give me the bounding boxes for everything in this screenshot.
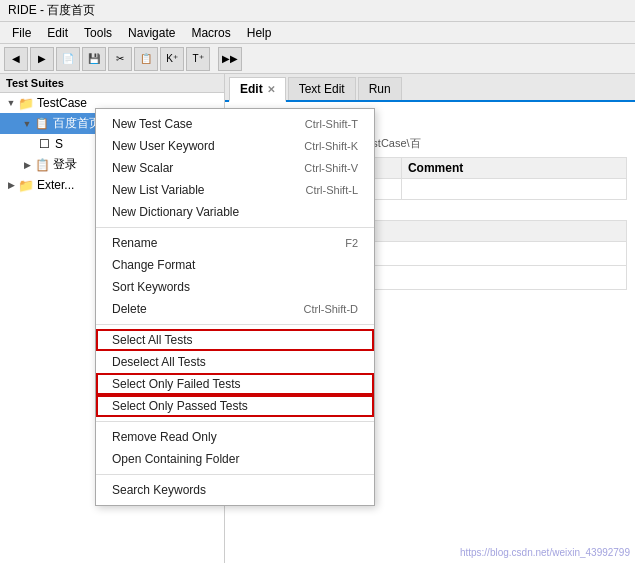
toolbar-run[interactable]: ▶▶ — [218, 47, 242, 71]
ctx-rename-label: Rename — [112, 236, 157, 250]
toolbar-new[interactable]: 📄 — [56, 47, 80, 71]
folder-icon-exter: 📁 — [18, 177, 34, 193]
ctx-search-keywords[interactable]: Search Keywords — [96, 479, 374, 501]
ctx-new-dict[interactable]: New Dictionary Variable — [96, 201, 374, 223]
ctx-sep3 — [96, 421, 374, 422]
ctx-rename[interactable]: Rename F2 — [96, 232, 374, 254]
toolbar-copy[interactable]: 📋 — [134, 47, 158, 71]
tree-expand-exter: ▶ — [4, 178, 18, 192]
watermark: https://blog.csdn.net/weixin_43992799 — [460, 547, 630, 558]
ctx-new-list-label: New List Variable — [112, 183, 204, 197]
login-icon: 📋 — [34, 157, 50, 173]
cell-empty1[interactable] — [401, 179, 626, 200]
ctx-new-dict-label: New Dictionary Variable — [112, 205, 239, 219]
ctx-change-format-label: Change Format — [112, 258, 195, 272]
panel-title: Test Suites — [0, 74, 224, 93]
menu-bar: FileEditToolsNavigateMacrosHelp — [0, 22, 635, 44]
ctx-new-test-case-shortcut: Ctrl-Shift-T — [305, 118, 358, 130]
ctx-new-scalar[interactable]: New Scalar Ctrl-Shift-V — [96, 157, 374, 179]
tab-edit-label: Edit — [240, 82, 263, 96]
tab-text-edit-label: Text Edit — [299, 82, 345, 96]
ctx-deselect-all-tests-label: Deselect All Tests — [112, 355, 206, 369]
tree-expand-login: ▶ — [20, 158, 34, 172]
ctx-new-keyword-label: New User Keyword — [112, 139, 215, 153]
ctx-new-scalar-shortcut: Ctrl-Shift-V — [304, 162, 358, 174]
tree-expand-baidu-icon: ▼ — [20, 117, 34, 131]
menu-item-edit[interactable]: Edit — [39, 24, 76, 42]
ctx-select-passed[interactable]: Select Only Passed Tests — [96, 395, 374, 417]
ctx-sep1 — [96, 227, 374, 228]
tree-label-testcase: TestCase — [37, 96, 87, 110]
menu-item-help[interactable]: Help — [239, 24, 280, 42]
ctx-new-list-shortcut: Ctrl-Shift-L — [305, 184, 358, 196]
tab-run-label: Run — [369, 82, 391, 96]
toolbar-forward[interactable]: ▶ — [30, 47, 54, 71]
tab-run[interactable]: Run — [358, 77, 402, 100]
ctx-delete[interactable]: Delete Ctrl-Shift-D — [96, 298, 374, 320]
ctx-delete-shortcut: Ctrl-Shift-D — [304, 303, 358, 315]
ctx-sort-keywords[interactable]: Sort Keywords — [96, 276, 374, 298]
ctx-select-failed[interactable]: Select Only Failed Tests — [96, 373, 374, 395]
ctx-select-all-tests[interactable]: Select All Tests — [96, 329, 374, 351]
tree-label-baidu: 百度首页 — [53, 115, 101, 132]
ctx-new-keyword[interactable]: New User Keyword Ctrl-Shift-K — [96, 135, 374, 157]
tree-expand-icon: ▼ — [4, 96, 18, 110]
ctx-new-test-case-label: New Test Case — [112, 117, 192, 131]
tree-label-s: S — [55, 137, 63, 151]
tab-bar: Edit ✕ Text Edit Run — [225, 74, 635, 102]
file-icon-baidu: 📋 — [34, 116, 50, 132]
tab-text-edit[interactable]: Text Edit — [288, 77, 356, 100]
ctx-remove-readonly[interactable]: Remove Read Only — [96, 426, 374, 448]
context-menu: New Test Case Ctrl-Shift-T New User Keyw… — [95, 108, 375, 506]
ctx-new-list[interactable]: New List Variable Ctrl-Shift-L — [96, 179, 374, 201]
ctx-select-all-tests-label: Select All Tests — [112, 333, 192, 347]
ctx-deselect-all-tests[interactable]: Deselect All Tests — [96, 351, 374, 373]
ctx-rename-shortcut: F2 — [345, 237, 358, 249]
title-bar: RIDE - 百度首页 — [0, 0, 635, 22]
ctx-search-keywords-label: Search Keywords — [112, 483, 206, 497]
checkbox-s: ☐ — [36, 136, 52, 152]
menu-item-macros[interactable]: Macros — [183, 24, 238, 42]
ctx-change-format[interactable]: Change Format — [96, 254, 374, 276]
toolbar-save[interactable]: 💾 — [82, 47, 106, 71]
ctx-sep2 — [96, 324, 374, 325]
ctx-select-passed-label: Select Only Passed Tests — [112, 399, 248, 413]
col-comment: Comment — [401, 158, 626, 179]
window-title: RIDE - 百度首页 — [8, 2, 95, 19]
tab-edit[interactable]: Edit ✕ — [229, 77, 286, 102]
toolbar: ◀ ▶ 📄 💾 ✂ 📋 K⁺ T⁺ ▶▶ — [0, 44, 635, 74]
ctx-new-keyword-shortcut: Ctrl-Shift-K — [304, 140, 358, 152]
ctx-new-test-case[interactable]: New Test Case Ctrl-Shift-T — [96, 113, 374, 135]
ctx-delete-label: Delete — [112, 302, 147, 316]
ctx-select-failed-label: Select Only Failed Tests — [112, 377, 241, 391]
tree-label-exter: Exter... — [37, 178, 74, 192]
menu-item-navigate[interactable]: Navigate — [120, 24, 183, 42]
menu-item-file[interactable]: File — [4, 24, 39, 42]
toolbar-t[interactable]: T⁺ — [186, 47, 210, 71]
folder-icon: 📁 — [18, 95, 34, 111]
ctx-remove-readonly-label: Remove Read Only — [112, 430, 217, 444]
menu-item-tools[interactable]: Tools — [76, 24, 120, 42]
ctx-new-scalar-label: New Scalar — [112, 161, 173, 175]
toolbar-cut[interactable]: ✂ — [108, 47, 132, 71]
toolbar-back[interactable]: ◀ — [4, 47, 28, 71]
ctx-open-folder-label: Open Containing Folder — [112, 452, 239, 466]
tree-label-login: 登录 — [53, 156, 77, 173]
toolbar-sep — [212, 49, 216, 69]
tab-edit-close[interactable]: ✕ — [267, 84, 275, 95]
ctx-sep4 — [96, 474, 374, 475]
toolbar-k[interactable]: K⁺ — [160, 47, 184, 71]
ctx-sort-keywords-label: Sort Keywords — [112, 280, 190, 294]
ctx-open-folder[interactable]: Open Containing Folder — [96, 448, 374, 470]
